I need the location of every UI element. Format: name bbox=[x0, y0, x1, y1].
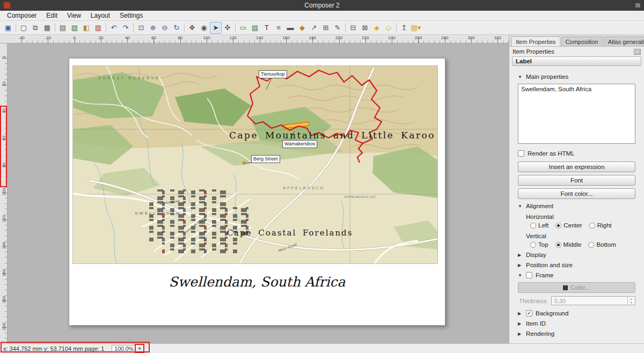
main-properties-label: Main properties bbox=[526, 73, 568, 80]
add-label-icon[interactable]: T bbox=[261, 22, 273, 34]
render-as-html-row[interactable]: Render as HTML bbox=[518, 150, 635, 157]
align-items-icon[interactable]: ▤▾ bbox=[410, 22, 422, 34]
item-id-collapser[interactable]: ▶ Item ID bbox=[518, 320, 635, 327]
raise-items-icon[interactable]: ↥ bbox=[398, 22, 410, 34]
window-title: Composer 2 bbox=[304, 2, 339, 9]
frame-checkbox[interactable] bbox=[526, 272, 532, 278]
spinner-arrows-icon[interactable]: ▲▼ bbox=[627, 297, 635, 305]
toolbar: ▣▢⧉▦▤▧◧▥↶↷⊡⊕⊖↻✥◉➤✜▭▨T≡▬◆↗⊞✎⊟⊠◈◇↥▤▾ bbox=[0, 21, 644, 35]
add-legend-icon[interactable]: ≡ bbox=[273, 22, 284, 34]
color-swatch-icon bbox=[563, 285, 568, 290]
callout-wamakersbos: Wamakersbos bbox=[282, 140, 317, 148]
item-properties-panel: Item PropertiesCompositionAtlas generati… bbox=[509, 35, 644, 343]
panel-float-icon[interactable] bbox=[634, 49, 641, 55]
alignment-collapser[interactable]: ▼ Alignment bbox=[518, 203, 635, 209]
new-composer-icon[interactable]: ▢ bbox=[18, 22, 30, 34]
zoom-full-icon[interactable]: ⊡ bbox=[135, 22, 147, 34]
unlock-items-icon[interactable]: ◇ bbox=[383, 22, 394, 34]
zoom-out-icon[interactable]: ⊖ bbox=[159, 22, 171, 34]
undo-icon[interactable]: ↶ bbox=[108, 22, 120, 34]
halign-left-radio[interactable]: Left bbox=[530, 222, 548, 229]
halign-right-radio[interactable]: Right bbox=[589, 222, 612, 229]
page-title-label-item[interactable]: Swellendam, South Africa bbox=[69, 274, 445, 290]
annotation-zoom-dropdown bbox=[135, 344, 144, 353]
item-id-label: Item ID bbox=[526, 320, 546, 327]
display-collapser[interactable]: ▶ Display bbox=[518, 252, 635, 258]
collapse-right-icon: ▶ bbox=[518, 253, 523, 258]
collapse-right-icon: ▶ bbox=[518, 332, 523, 336]
vertical-label: Vertical bbox=[526, 233, 635, 239]
ungroup-items-icon[interactable]: ⊠ bbox=[359, 22, 371, 34]
select-move-item-icon[interactable]: ➤ bbox=[210, 22, 222, 34]
pan-tool-icon[interactable]: ✥ bbox=[186, 22, 198, 34]
add-scalebar-icon[interactable]: ▬ bbox=[284, 22, 296, 34]
thickness-spinbox[interactable]: 0,30 ▲▼ bbox=[551, 296, 635, 305]
valign-bottom-radio[interactable]: Bottom bbox=[588, 241, 616, 248]
map-minor-label: FOREST RESERVE bbox=[99, 76, 160, 80]
background-collapser[interactable]: ▶ Background bbox=[518, 310, 635, 317]
label-section-header: Label bbox=[512, 56, 641, 66]
zoom-tool-icon[interactable]: ◉ bbox=[198, 22, 210, 34]
label-cape-mountains: Cape Mountains and Little Karoo bbox=[229, 130, 435, 141]
refresh-view-icon[interactable]: ↻ bbox=[171, 22, 182, 34]
move-item-content-icon[interactable]: ✜ bbox=[222, 22, 233, 34]
add-image-icon[interactable]: ▨ bbox=[249, 22, 261, 34]
collapse-down-icon: ▼ bbox=[518, 75, 523, 79]
map-item[interactable]: TienuurkopWamakersbosBerg StreetCape Mou… bbox=[72, 65, 438, 264]
zoom-dropdown-button[interactable]: ▾ bbox=[135, 344, 144, 353]
composer-manager-icon[interactable]: ▦ bbox=[41, 22, 53, 34]
menu-view[interactable]: View bbox=[62, 11, 86, 20]
label-cape-forelands: Cape Coastal Forelands bbox=[227, 228, 353, 238]
add-arrow-icon[interactable]: ↗ bbox=[308, 22, 320, 34]
window-menu-icon[interactable] bbox=[635, 3, 640, 8]
menu-bar: ComposerEditViewLayoutSettings bbox=[0, 11, 644, 21]
composer-canvas[interactable]: TienuurkopWamakersbosBerg StreetCape Mou… bbox=[8, 43, 509, 343]
redo-icon[interactable]: ↷ bbox=[120, 22, 131, 34]
menu-layout[interactable]: Layout bbox=[86, 11, 115, 20]
frame-label: Frame bbox=[536, 272, 553, 278]
menu-composer[interactable]: Composer bbox=[2, 11, 41, 20]
zoom-level-input[interactable]: 100.0% bbox=[112, 345, 135, 352]
panel-title: Item Properties bbox=[513, 48, 554, 55]
add-map-icon[interactable]: ▭ bbox=[237, 22, 249, 34]
render-as-html-checkbox[interactable] bbox=[518, 150, 524, 157]
menu-edit[interactable]: Edit bbox=[41, 11, 62, 20]
callout-tienuurkop: Tienuurkop bbox=[259, 70, 287, 78]
duplicate-composer-icon[interactable]: ⧉ bbox=[30, 22, 41, 34]
valign-top-radio[interactable]: Top bbox=[530, 241, 548, 248]
export-image-icon[interactable]: ▧ bbox=[69, 22, 80, 34]
menu-settings[interactable]: Settings bbox=[115, 11, 148, 20]
save-project-icon[interactable]: ▣ bbox=[2, 22, 14, 34]
export-pdf-icon[interactable]: ▥ bbox=[92, 22, 104, 34]
export-svg-icon[interactable]: ◧ bbox=[80, 22, 92, 34]
main-properties-collapser[interactable]: ▼ Main properties bbox=[518, 73, 635, 80]
halign-center-radio[interactable]: Center bbox=[555, 222, 582, 229]
composition-page[interactable]: TienuurkopWamakersbosBerg StreetCape Mou… bbox=[69, 58, 445, 326]
font-color-button[interactable]: Font color... bbox=[518, 188, 635, 199]
halign-options: LeftCenterRight bbox=[530, 222, 635, 229]
tab-composition[interactable]: Composition bbox=[561, 36, 603, 46]
print-icon[interactable]: ▤ bbox=[57, 22, 69, 34]
cursor-position-text: x: 344.752 mm y: 53.7104 mm page: 1 bbox=[3, 345, 104, 352]
background-checkbox[interactable] bbox=[526, 310, 532, 317]
collapse-right-icon: ▶ bbox=[518, 311, 523, 316]
add-shape-icon[interactable]: ◆ bbox=[296, 22, 308, 34]
add-table-icon[interactable]: ⊞ bbox=[320, 22, 332, 34]
frame-collapser[interactable]: ▼ Frame bbox=[518, 272, 635, 278]
font-button[interactable]: Font bbox=[518, 175, 635, 186]
zoom-in-icon[interactable]: ⊕ bbox=[147, 22, 159, 34]
window-titlebar: Composer 2 bbox=[0, 0, 644, 11]
valign-middle-radio[interactable]: Middle bbox=[555, 241, 582, 248]
lock-items-icon[interactable]: ◈ bbox=[371, 22, 383, 34]
collapse-right-icon: ▶ bbox=[518, 263, 523, 268]
tab-item-properties[interactable]: Item Properties bbox=[511, 36, 560, 46]
add-html-icon[interactable]: ✎ bbox=[332, 22, 343, 34]
position-size-collapser[interactable]: ▶ Position and size bbox=[518, 262, 635, 268]
workspace: -40-200204060801001201401601802002202402… bbox=[0, 35, 644, 343]
insert-expression-button[interactable]: Insert an expression bbox=[518, 161, 635, 172]
group-items-icon[interactable]: ⊟ bbox=[347, 22, 359, 34]
rendering-collapser[interactable]: ▶ Rendering bbox=[518, 330, 635, 337]
tab-atlas-generation[interactable]: Atlas generation bbox=[604, 36, 644, 46]
frame-color-button: Color... bbox=[518, 282, 635, 293]
label-text-area[interactable]: Swellendam, South Africa bbox=[518, 84, 635, 144]
